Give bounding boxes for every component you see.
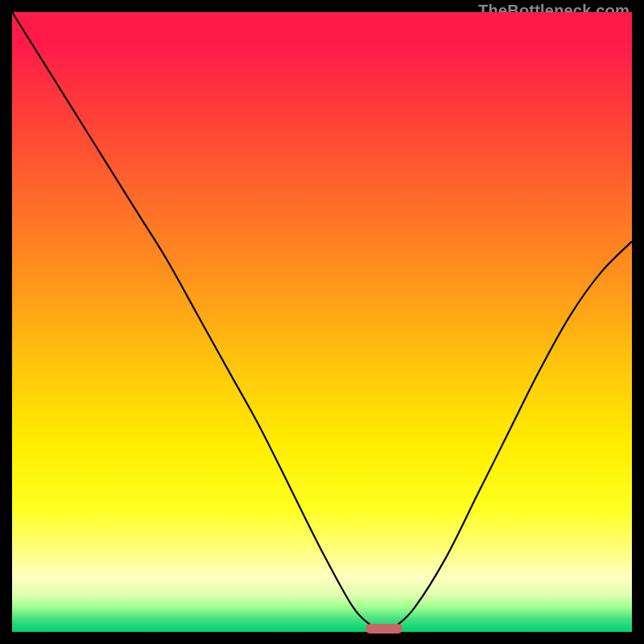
optimal-marker xyxy=(365,624,402,634)
plot-area xyxy=(12,12,632,632)
chart-container: TheBottleneck.com xyxy=(0,0,644,644)
bottleneck-curve xyxy=(12,12,632,632)
curve-svg xyxy=(12,12,632,632)
